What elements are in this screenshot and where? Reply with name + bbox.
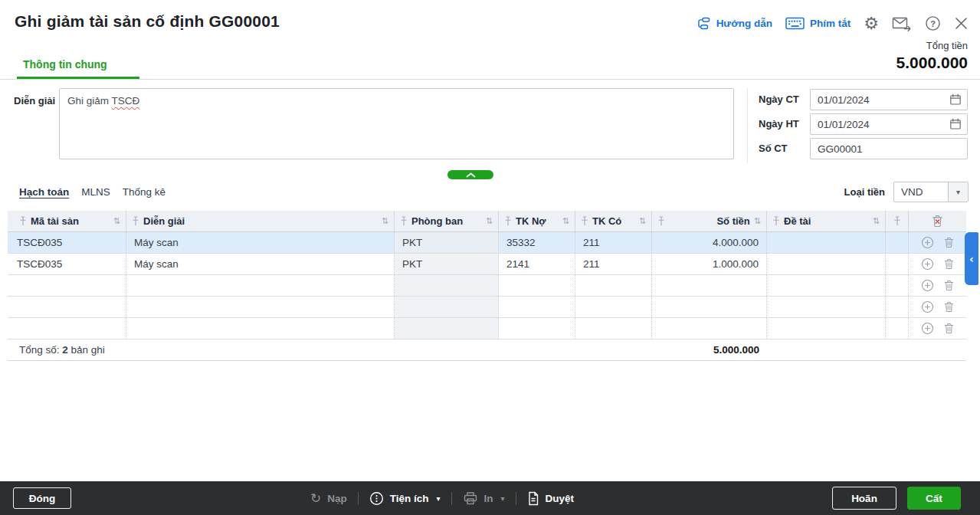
tab-mlns[interactable]: MLNS xyxy=(81,186,110,198)
cell-debit-account[interactable]: 2141 xyxy=(499,254,575,274)
pin-icon[interactable] xyxy=(657,216,665,226)
cell-asset-code[interactable]: TSCĐ035 xyxy=(8,254,126,274)
cell-credit-account[interactable] xyxy=(575,318,652,339)
utilities-button[interactable]: Tiện ích ▾ xyxy=(369,491,441,506)
cell-department[interactable]: PKT xyxy=(395,254,499,274)
cell-credit-account[interactable]: 211 xyxy=(575,232,652,253)
cell-asset-code[interactable]: TSCĐ035 xyxy=(8,232,126,253)
calendar-icon[interactable] xyxy=(949,118,962,130)
gear-icon[interactable]: ⚙ xyxy=(864,14,879,33)
tab-accounting[interactable]: Hạch toán xyxy=(19,186,69,198)
shortcuts-link[interactable]: Phím tắt xyxy=(785,17,851,30)
cell-credit-account[interactable] xyxy=(575,297,652,317)
pin-icon[interactable] xyxy=(504,216,512,226)
column-header-asset-code[interactable]: Mã tài sản ⇅ xyxy=(8,211,126,231)
cell-credit-account[interactable]: 211 xyxy=(575,254,652,274)
doc-number-input[interactable]: GG00001 xyxy=(810,138,968,159)
cell-department[interactable]: PKT xyxy=(395,232,499,253)
cell-credit-account[interactable] xyxy=(575,275,652,296)
column-header-credit-account[interactable]: TK Có ⇅ xyxy=(575,211,652,231)
cell-topic[interactable] xyxy=(767,318,886,339)
post-date-value: 01/01/2024 xyxy=(818,119,870,130)
cell-topic[interactable] xyxy=(767,275,886,296)
save-button[interactable]: Cất xyxy=(907,487,961,510)
cell-debit-account[interactable] xyxy=(499,318,575,339)
add-row-icon[interactable] xyxy=(921,258,934,271)
cell-amount[interactable] xyxy=(652,318,767,339)
cell-description[interactable]: Máy scan xyxy=(126,254,395,274)
cell-debit-account[interactable]: 35332 xyxy=(499,232,575,253)
cell-amount[interactable]: 1.000.000 xyxy=(652,254,767,274)
delete-row-icon[interactable] xyxy=(944,301,954,313)
expand-side-panel-button[interactable]: ‹ xyxy=(965,232,978,285)
cell-debit-account[interactable] xyxy=(499,297,575,317)
cell-description[interactable] xyxy=(126,275,395,296)
cell-asset-code[interactable] xyxy=(8,318,126,339)
column-header-description[interactable]: Diễn giải ⇅ xyxy=(126,211,395,231)
doc-date-input[interactable]: 01/01/2024 xyxy=(810,89,968,110)
send-mail-icon[interactable] xyxy=(892,16,912,31)
sort-icon[interactable]: ⇅ xyxy=(486,216,493,226)
cell-description[interactable]: Máy scan xyxy=(126,232,395,253)
delete-all-rows-icon[interactable] xyxy=(932,215,943,228)
action-bar: Đóng ↻ Nạp Tiện ích ▾ xyxy=(0,481,980,515)
help-icon[interactable]: ? xyxy=(925,15,941,31)
postpone-button[interactable]: Hoãn xyxy=(832,487,896,510)
cell-asset-code[interactable] xyxy=(8,275,126,296)
add-row-icon[interactable] xyxy=(921,322,934,335)
sort-icon[interactable]: ⇅ xyxy=(754,216,761,226)
pin-icon[interactable] xyxy=(893,216,901,226)
column-header-pin[interactable] xyxy=(886,211,909,231)
pin-icon[interactable] xyxy=(19,216,27,226)
sort-icon[interactable]: ⇅ xyxy=(562,216,569,226)
tab-statistics[interactable]: Thống kê xyxy=(123,186,166,198)
column-header-department[interactable]: Phòng ban ⇅ xyxy=(395,211,499,231)
caret-down-icon[interactable]: ▾ xyxy=(948,182,968,202)
close-button[interactable]: Đóng xyxy=(13,487,71,509)
pin-icon[interactable] xyxy=(772,216,780,226)
description-textarea[interactable]: Ghi giảm TSCĐ xyxy=(59,88,734,159)
reload-button[interactable]: ↻ Nạp xyxy=(310,490,347,506)
cell-debit-account[interactable] xyxy=(499,275,575,296)
sort-icon[interactable]: ⇅ xyxy=(113,216,120,226)
sort-icon[interactable]: ⇅ xyxy=(382,216,388,226)
cell-department[interactable] xyxy=(395,275,499,296)
tab-general-info[interactable]: Thông tin chung xyxy=(17,58,139,79)
cell-department[interactable] xyxy=(395,318,499,339)
cell-department[interactable] xyxy=(395,297,499,317)
pin-icon[interactable] xyxy=(400,216,408,226)
guide-link[interactable]: Hướng dẫn xyxy=(696,16,772,31)
cell-amount[interactable] xyxy=(652,297,767,317)
cell-topic[interactable] xyxy=(767,254,886,274)
pin-icon[interactable] xyxy=(581,216,588,226)
currency-select[interactable]: VND ▾ xyxy=(893,182,969,202)
cell-amount[interactable] xyxy=(652,275,767,296)
cell-description[interactable] xyxy=(126,297,395,317)
sort-icon[interactable]: ⇅ xyxy=(639,216,646,226)
close-icon[interactable] xyxy=(954,16,969,31)
cell-asset-code[interactable] xyxy=(8,297,126,317)
cell-pin xyxy=(886,232,909,253)
print-button[interactable]: In ▾ xyxy=(463,491,505,506)
column-header-topic[interactable]: Đề tài ⇅ xyxy=(767,211,886,231)
delete-row-icon[interactable] xyxy=(944,258,954,270)
delete-row-icon[interactable] xyxy=(944,323,954,334)
column-header-amount[interactable]: Số tiền ⇅ xyxy=(652,211,767,231)
cell-topic[interactable] xyxy=(767,297,886,317)
delete-row-icon[interactable] xyxy=(944,237,954,248)
approve-button[interactable]: Duyệt xyxy=(527,491,575,506)
post-date-input[interactable]: 01/01/2024 xyxy=(810,113,968,135)
cell-description[interactable] xyxy=(126,318,395,339)
add-row-icon[interactable] xyxy=(921,236,934,249)
cell-actions xyxy=(909,318,966,339)
delete-row-icon[interactable] xyxy=(944,280,954,291)
sort-icon[interactable]: ⇅ xyxy=(873,216,880,226)
cell-topic[interactable] xyxy=(767,232,886,253)
calendar-icon[interactable] xyxy=(949,93,962,106)
add-row-icon[interactable] xyxy=(921,300,934,313)
column-header-debit-account[interactable]: TK Nợ ⇅ xyxy=(499,211,575,231)
cell-amount[interactable]: 4.000.000 xyxy=(652,232,767,253)
collapse-form-button[interactable] xyxy=(447,170,493,179)
pin-icon[interactable] xyxy=(132,216,139,226)
add-row-icon[interactable] xyxy=(921,279,934,292)
